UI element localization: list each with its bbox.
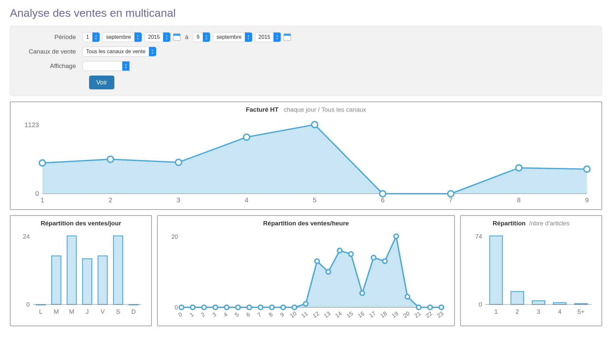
svg-point-46 bbox=[258, 305, 263, 310]
svg-text:12: 12 bbox=[312, 310, 320, 319]
svg-point-3 bbox=[176, 159, 181, 165]
svg-rect-24 bbox=[82, 259, 92, 305]
svg-text:M: M bbox=[54, 308, 59, 315]
svg-text:5: 5 bbox=[234, 311, 240, 318]
svg-text:3: 3 bbox=[177, 196, 180, 204]
display-select[interactable] bbox=[82, 61, 132, 71]
end-year-select[interactable]: 2015 bbox=[255, 32, 281, 42]
display-label: Affichage bbox=[17, 62, 82, 70]
svg-text:S: S bbox=[116, 308, 120, 315]
svg-text:0: 0 bbox=[479, 301, 482, 308]
svg-point-43 bbox=[224, 305, 229, 310]
per-day-chart: LMMJVSD240 bbox=[16, 230, 145, 317]
main-chart: 12345678911230 bbox=[16, 116, 596, 207]
svg-point-54 bbox=[349, 252, 353, 257]
svg-text:13: 13 bbox=[323, 310, 332, 319]
svg-point-45 bbox=[247, 305, 252, 310]
svg-point-50 bbox=[304, 302, 308, 306]
per-day-chart-panel: Répartition des ventes/jour LMMJVSD240 bbox=[10, 215, 152, 326]
svg-text:2: 2 bbox=[515, 308, 519, 315]
svg-text:74: 74 bbox=[475, 233, 482, 240]
svg-text:1: 1 bbox=[494, 308, 498, 315]
svg-rect-25 bbox=[98, 256, 107, 305]
svg-text:20: 20 bbox=[402, 310, 411, 319]
per-hour-chart-title: Répartition des ventes/heure bbox=[263, 220, 349, 227]
svg-text:5: 5 bbox=[313, 196, 317, 204]
svg-text:18: 18 bbox=[379, 310, 388, 319]
page-title: Analyse des ventes en multicanal bbox=[10, 7, 602, 19]
svg-text:17: 17 bbox=[368, 310, 377, 319]
svg-point-6 bbox=[380, 191, 386, 196]
svg-text:J: J bbox=[85, 308, 88, 315]
svg-text:0: 0 bbox=[177, 311, 184, 318]
svg-text:1123: 1123 bbox=[25, 121, 39, 128]
svg-point-8 bbox=[516, 165, 522, 171]
calendar-icon[interactable] bbox=[284, 34, 291, 41]
svg-point-4 bbox=[244, 134, 249, 140]
svg-rect-90 bbox=[511, 291, 524, 305]
per-articles-chart: 12345+740 bbox=[467, 230, 596, 317]
svg-point-9 bbox=[584, 166, 590, 172]
svg-point-60 bbox=[417, 305, 421, 310]
svg-point-1 bbox=[39, 160, 45, 166]
svg-point-61 bbox=[428, 305, 433, 310]
svg-text:0: 0 bbox=[175, 304, 178, 311]
svg-text:20: 20 bbox=[172, 234, 178, 240]
start-month-select[interactable]: septembre bbox=[103, 32, 142, 42]
svg-point-42 bbox=[213, 305, 218, 310]
svg-rect-26 bbox=[113, 236, 123, 305]
start-day-select[interactable]: 1 bbox=[82, 32, 100, 42]
start-year-select[interactable]: 2015 bbox=[145, 32, 171, 42]
svg-text:14: 14 bbox=[334, 310, 343, 319]
svg-point-39 bbox=[179, 305, 184, 310]
svg-text:1: 1 bbox=[40, 196, 44, 204]
svg-point-47 bbox=[270, 305, 274, 310]
svg-rect-89 bbox=[489, 236, 502, 305]
end-month-select[interactable]: septembre bbox=[213, 32, 252, 42]
channels-select[interactable]: Tous les canaux de vente bbox=[82, 47, 156, 57]
svg-text:L: L bbox=[39, 308, 43, 315]
end-day-select[interactable]: 9 bbox=[193, 32, 210, 42]
calendar-icon[interactable] bbox=[173, 34, 180, 41]
svg-point-5 bbox=[312, 122, 318, 127]
svg-text:7: 7 bbox=[256, 311, 263, 318]
svg-text:4: 4 bbox=[558, 308, 561, 315]
svg-point-53 bbox=[338, 248, 342, 253]
main-chart-panel: Facturé HT chaque jour / Tous les canaux… bbox=[10, 102, 602, 210]
main-chart-title: Facturé HT bbox=[246, 106, 278, 113]
svg-point-58 bbox=[394, 234, 399, 239]
svg-point-59 bbox=[405, 294, 410, 299]
svg-text:19: 19 bbox=[391, 310, 400, 319]
svg-point-2 bbox=[107, 156, 113, 162]
svg-text:15: 15 bbox=[345, 310, 355, 319]
per-day-chart-title: Répartition des ventes/jour bbox=[41, 220, 121, 227]
svg-text:V: V bbox=[101, 308, 105, 315]
svg-point-51 bbox=[315, 259, 319, 263]
period-label: Période bbox=[17, 34, 82, 41]
svg-text:8: 8 bbox=[268, 311, 274, 318]
svg-text:10: 10 bbox=[289, 310, 298, 319]
svg-text:2: 2 bbox=[200, 311, 206, 318]
svg-text:6: 6 bbox=[381, 196, 385, 204]
svg-text:16: 16 bbox=[357, 310, 365, 319]
svg-text:7: 7 bbox=[449, 196, 453, 204]
submit-button[interactable]: Voir bbox=[89, 76, 114, 89]
svg-text:4: 4 bbox=[223, 311, 229, 318]
svg-rect-91 bbox=[532, 301, 545, 305]
svg-text:0: 0 bbox=[35, 190, 39, 197]
filter-panel: Période 1 septembre 2015 à 9 septembre 2… bbox=[10, 26, 602, 96]
svg-text:6: 6 bbox=[245, 311, 251, 318]
svg-point-56 bbox=[371, 256, 376, 260]
svg-rect-22 bbox=[52, 256, 61, 305]
per-hour-chart-panel: Répartition des ventes/heure 01234567891… bbox=[157, 215, 455, 326]
main-chart-subtitle bbox=[280, 106, 284, 113]
svg-text:4: 4 bbox=[245, 196, 248, 204]
period-separator: à bbox=[183, 34, 190, 41]
svg-point-7 bbox=[448, 191, 454, 196]
svg-text:9: 9 bbox=[279, 311, 285, 318]
svg-point-40 bbox=[191, 305, 195, 310]
svg-point-62 bbox=[439, 305, 444, 310]
svg-text:11: 11 bbox=[300, 310, 309, 319]
svg-point-44 bbox=[236, 305, 241, 310]
per-hour-chart: 0123456789101112131415161718192021222320… bbox=[164, 230, 448, 323]
